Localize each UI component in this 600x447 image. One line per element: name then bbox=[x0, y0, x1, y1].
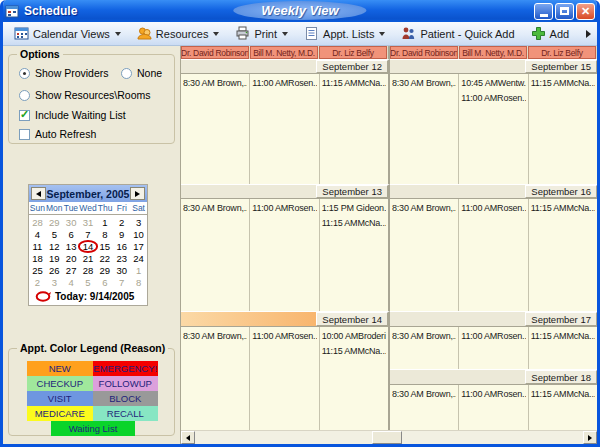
calendar-date[interactable]: 4 bbox=[63, 277, 80, 288]
appointment-entry[interactable]: 8:30 AM Brown,... bbox=[183, 76, 247, 91]
appointment-entry[interactable]: 11:00 AMRosen... bbox=[461, 91, 525, 106]
appointment-entry[interactable]: 11:15 AMMcNa... bbox=[322, 76, 386, 91]
calendar-date[interactable]: 30 bbox=[113, 265, 130, 276]
scrollbar-thumb[interactable] bbox=[372, 431, 402, 444]
calendar-date[interactable]: 6 bbox=[96, 277, 113, 288]
calendar-prev-month-button[interactable] bbox=[31, 187, 46, 200]
calendar-date[interactable]: 2 bbox=[29, 277, 46, 288]
day-provider-cell[interactable]: 8:30 AM Brown,... bbox=[390, 385, 459, 430]
appointment-entry[interactable]: 11:15 AMMcNa... bbox=[531, 76, 595, 91]
day-provider-cell[interactable]: 11:15 AMMcNa... bbox=[320, 74, 388, 184]
calendar-date[interactable]: 4 bbox=[29, 229, 46, 240]
calendar-date[interactable]: 1 bbox=[96, 217, 113, 228]
day-provider-cell[interactable]: 10:45 AMWentw... 11:00 AMRosen... bbox=[459, 74, 528, 184]
calendar-date[interactable]: 29 bbox=[46, 217, 63, 228]
calendar-date[interactable]: 18 bbox=[29, 253, 46, 264]
appointment-entry[interactable]: 8:30 AM Brown,... bbox=[392, 329, 456, 344]
calendar-date[interactable]: 28 bbox=[80, 265, 97, 276]
calendar-date[interactable]: 25 bbox=[29, 265, 46, 276]
provider-column-header[interactable]: Dr. David Robinson bbox=[181, 46, 249, 59]
provider-column-header[interactable]: Dr. David Robinson bbox=[390, 46, 458, 59]
calendar-date[interactable]: 6 bbox=[63, 229, 80, 240]
day-provider-cell[interactable]: 8:30 AM Brown,... bbox=[390, 74, 459, 184]
calendar-date[interactable]: 28 bbox=[29, 217, 46, 228]
provider-column-header[interactable]: Bill M. Netty, M.D. bbox=[459, 46, 527, 59]
day-provider-cell[interactable]: 11:00 AMRosen... bbox=[250, 199, 319, 311]
calendar-today-row[interactable]: Today: 9/14/2005 bbox=[29, 289, 147, 305]
appointment-entry[interactable]: 11:00 AMRosen... bbox=[461, 329, 525, 344]
appointment-entry[interactable]: 10:45 AMWentw... bbox=[461, 76, 525, 91]
calendar-date[interactable]: 3 bbox=[46, 277, 63, 288]
close-button[interactable]: ✕ bbox=[576, 3, 595, 20]
calendar-date[interactable]: 5 bbox=[46, 229, 63, 240]
calendar-date[interactable]: 21 bbox=[80, 253, 97, 264]
calendar-date[interactable]: 27 bbox=[63, 265, 80, 276]
calendar-date[interactable]: 7 bbox=[113, 277, 130, 288]
appointment-entry[interactable]: 11:15 AMMcNa... bbox=[531, 329, 595, 344]
day-provider-cell[interactable]: 10:00 AMBroderi... 11:15 AMMcNa... bbox=[320, 327, 388, 430]
appointment-entry[interactable]: 8:30 AM Brown,... bbox=[183, 329, 247, 344]
calendar-date[interactable]: 2 bbox=[113, 217, 130, 228]
calendar-date[interactable]: 15 bbox=[96, 241, 113, 252]
calendar-views-button[interactable]: Calendar Views bbox=[7, 24, 128, 44]
calendar-date[interactable]: 10 bbox=[130, 229, 147, 240]
calendar-date[interactable]: 30 bbox=[63, 217, 80, 228]
calendar-date[interactable]: 3 bbox=[130, 217, 147, 228]
day-provider-cell[interactable]: 11:15 AMMcNa... bbox=[529, 385, 597, 430]
calendar-date[interactable]: 23 bbox=[113, 253, 130, 264]
provider-column-header[interactable]: Bill M. Netty, M.D. bbox=[250, 46, 318, 59]
appt-lists-button[interactable]: Appt. Lists bbox=[297, 24, 392, 44]
day-provider-cell[interactable]: 11:15 AMMcNa... bbox=[529, 74, 597, 184]
scrollbar-track[interactable] bbox=[195, 431, 583, 444]
calendar-date[interactable]: 11 bbox=[29, 241, 46, 252]
appointment-entry[interactable]: 8:30 AM Brown,... bbox=[392, 76, 456, 91]
print-button[interactable]: Print bbox=[228, 24, 295, 44]
appointment-entry[interactable]: 11:00 AMRosen... bbox=[252, 329, 316, 344]
horizontal-scrollbar[interactable] bbox=[181, 430, 597, 444]
appointment-entry[interactable]: 11:00 AMRosen... bbox=[461, 387, 525, 402]
day-provider-cell[interactable]: 8:30 AM Brown,... bbox=[181, 327, 250, 430]
resources-button[interactable]: Resources bbox=[130, 24, 227, 44]
appointment-entry[interactable]: 10:00 AMBroderi... bbox=[322, 329, 386, 344]
calendar-date[interactable]: 22 bbox=[96, 253, 113, 264]
day-provider-cell[interactable]: 8:30 AM Brown,... bbox=[390, 199, 459, 311]
calendar-date[interactable]: 29 bbox=[96, 265, 113, 276]
day-provider-cell[interactable]: 11:15 AMMcNa... bbox=[529, 199, 597, 311]
calendar-date[interactable]: 19 bbox=[46, 253, 63, 264]
calendar-date[interactable]: 12 bbox=[46, 241, 63, 252]
none-radio[interactable]: None bbox=[121, 67, 162, 79]
show-resources-radio[interactable]: Show Resources\Rooms bbox=[19, 89, 151, 101]
day-provider-cell[interactable]: 11:00 AMRosen... bbox=[459, 199, 528, 311]
auto-refresh-checkbox[interactable]: Auto Refresh bbox=[19, 128, 96, 140]
appointment-entry[interactable]: 8:30 AM Brown,... bbox=[183, 201, 247, 216]
day-provider-cell[interactable]: 11:15 AMMcNa... bbox=[529, 327, 597, 369]
appointment-entry[interactable]: 11:00 AMRosen... bbox=[252, 76, 316, 91]
day-provider-cell[interactable]: 8:30 AM Brown,... bbox=[181, 199, 250, 311]
calendar-date[interactable]: 1 bbox=[130, 265, 147, 276]
appointment-entry[interactable]: 11:00 AMRosen... bbox=[252, 201, 316, 216]
day-provider-cell[interactable]: 11:00 AMRosen... bbox=[459, 327, 528, 369]
day-provider-cell[interactable]: 11:00 AMRosen... bbox=[250, 74, 319, 184]
day-provider-cell[interactable]: 11:00 AMRosen... bbox=[459, 385, 528, 430]
day-provider-cell[interactable]: 1:15 PM Gideon... 11:15 AMMcNa... bbox=[320, 199, 388, 311]
minimize-button[interactable] bbox=[534, 3, 553, 20]
day-provider-cell[interactable]: 8:30 AM Brown,... bbox=[181, 74, 250, 184]
appointment-entry[interactable]: 1:15 PM Gideon... bbox=[322, 201, 386, 216]
calendar-date-today[interactable]: 14 bbox=[80, 241, 97, 252]
appointment-entry[interactable]: 8:30 AM Brown,... bbox=[392, 201, 456, 216]
appointment-entry[interactable]: 11:15 AMMcNa... bbox=[322, 216, 386, 231]
provider-column-header[interactable]: Dr. Liz Belfy bbox=[319, 46, 387, 59]
add-button[interactable]: Add bbox=[524, 24, 577, 44]
toolbar-overflow-arrow-icon[interactable] bbox=[586, 30, 591, 38]
scroll-right-button[interactable] bbox=[583, 431, 597, 444]
appointment-entry[interactable]: 11:00 AMRosen... bbox=[461, 201, 525, 216]
calendar-date[interactable]: 9 bbox=[113, 229, 130, 240]
calendar-date[interactable]: 31 bbox=[80, 217, 97, 228]
appointment-entry[interactable]: 11:15 AMMcNa... bbox=[322, 344, 386, 359]
calendar-date[interactable]: 8 bbox=[96, 229, 113, 240]
provider-column-header[interactable]: Dr. Liz Belfy bbox=[528, 46, 596, 59]
show-providers-radio[interactable]: Show Providers bbox=[19, 67, 109, 79]
appointment-entry[interactable]: 11:15 AMMcNa... bbox=[531, 387, 595, 402]
calendar-date[interactable]: 24 bbox=[130, 253, 147, 264]
scroll-left-button[interactable] bbox=[181, 431, 195, 444]
